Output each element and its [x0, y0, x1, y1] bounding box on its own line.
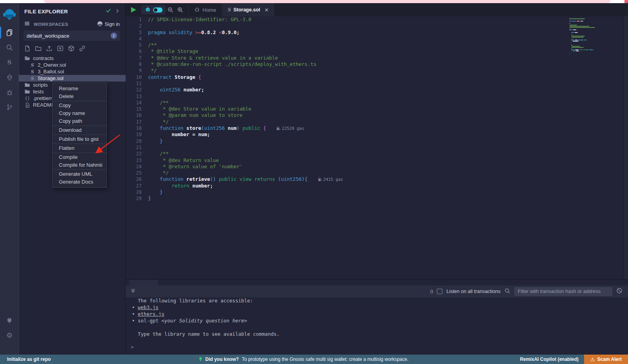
ipfs-box-icon[interactable]	[68, 45, 75, 52]
code-line-21[interactable]: 21	[126, 144, 623, 151]
code-line-19[interactable]: 19 number = num;	[126, 131, 623, 138]
menu-item-copy-path[interactable]: Copy path	[53, 117, 106, 125]
code-line-18[interactable]: 18 function store(uint256 num) public {2…	[126, 125, 623, 131]
terminal-line: Type the library name to see available c…	[126, 331, 628, 337]
code-line-28[interactable]: 28 }	[126, 189, 623, 195]
code-line-15[interactable]: 15 * @dev Store value in variable	[126, 106, 623, 112]
upload-folder-icon[interactable]	[57, 45, 64, 52]
terminal-link[interactable]: ethers.js	[138, 311, 164, 317]
copilot-status[interactable]: RemixAI Copilot (enabled)	[520, 357, 579, 362]
git-init-status[interactable]: Initialize as git repo	[7, 357, 51, 362]
code-line-16[interactable]: 16 * @param num value to store	[126, 112, 623, 118]
menu-item-rename[interactable]: Rename	[53, 85, 106, 93]
file-label: .prettierro	[33, 95, 55, 101]
workspaces-label: WORKSPACES	[34, 22, 97, 27]
file-icon	[24, 102, 30, 108]
file-tree-item-2-owner-sol[interactable]: S2_Owner.sol	[19, 62, 126, 68]
file-tree-item-contracts[interactable]: contracts	[19, 55, 126, 62]
new-folder-icon[interactable]	[35, 45, 42, 52]
code-line-5[interactable]: 5/**	[126, 42, 623, 48]
tab-home[interactable]: Home	[188, 3, 222, 16]
copilot-toggle[interactable]	[153, 7, 162, 13]
chevron-right-icon[interactable]	[115, 8, 120, 15]
close-tab-icon[interactable]: ✕	[265, 7, 269, 13]
line-number: 28	[126, 189, 148, 195]
lightbulb-icon	[198, 357, 203, 362]
menu-item-compile-for-nahmii[interactable]: Compile for Nahmii	[53, 161, 106, 169]
code-line-2[interactable]: 2	[126, 23, 623, 29]
line-number: 17	[126, 119, 148, 125]
file-label: contracts	[33, 55, 54, 61]
tab-storage-sol[interactable]: S Storage.sol ✕	[223, 3, 274, 16]
activity-plugin-manager-icon[interactable]	[0, 313, 19, 328]
new-file-icon[interactable]	[24, 45, 31, 52]
scam-alert-button[interactable]: ⚠ Scam Alert	[584, 355, 628, 364]
code-line-17[interactable]: 17 */	[126, 119, 623, 125]
code-line-12[interactable]: 12 uint256 number;	[126, 87, 623, 93]
code-line-29[interactable]: 29}	[126, 195, 623, 202]
sign-in-button[interactable]: Sign in	[97, 21, 120, 28]
editor-top-bar: Home S Storage.sol ✕	[126, 3, 628, 16]
line-number: 13	[126, 93, 148, 100]
hamburger-icon[interactable]	[24, 21, 30, 28]
code-line-25[interactable]: 25 */	[126, 170, 623, 176]
line-number: 20	[126, 138, 148, 144]
terminal-output[interactable]: The following libraries are accessible:•…	[126, 297, 628, 355]
menu-item-copy-name[interactable]: Copy name	[53, 109, 106, 117]
file-tree-item-3-ballot-sol[interactable]: S3_Ballot.sol	[19, 68, 126, 75]
activity-remix-logo[interactable]	[0, 3, 19, 25]
code-line-14[interactable]: 14 /**	[126, 100, 623, 106]
zoom-in-icon[interactable]	[177, 7, 183, 15]
activity-debugger-icon[interactable]	[0, 85, 19, 100]
code-line-3[interactable]: 3pragma solidity >=0.8.2 <0.9.0;	[126, 29, 623, 36]
editor-minimap[interactable]	[569, 18, 602, 65]
code-editor[interactable]: 1// SPDX-License-Identifier: GPL-3.023pr…	[126, 16, 623, 279]
activity-settings-icon[interactable]: ⚙	[0, 328, 19, 343]
code-line-24[interactable]: 24 * @return value of 'number'	[126, 164, 623, 170]
panel-title: FILE EXPLORER	[24, 9, 106, 15]
menu-item-generate-docs[interactable]: Generate Docs	[53, 178, 106, 186]
tab-active-label: Storage.sol	[234, 7, 260, 13]
menu-item-generate-uml[interactable]: Generate UML	[53, 170, 106, 178]
line-number: 3	[126, 29, 148, 36]
link-icon[interactable]	[78, 45, 86, 52]
menu-item-delete[interactable]: Delete	[53, 93, 106, 100]
line-number: 2	[126, 23, 148, 29]
terminal-link[interactable]: web3.js	[138, 304, 159, 310]
code-line-11[interactable]: 11	[126, 80, 623, 87]
solidity-icon: S	[29, 76, 35, 81]
activity-git-icon[interactable]	[0, 100, 19, 115]
code-line-6[interactable]: 6 * @title Storage	[126, 48, 623, 55]
terminal-collapse-icon[interactable]	[130, 288, 136, 295]
activity-solidity-compiler-icon[interactable]: S	[0, 55, 19, 70]
code-line-23[interactable]: 23 * @dev Return value	[126, 157, 623, 164]
file-tree-item-storage-sol[interactable]: SStorage.sol	[19, 75, 126, 82]
terminal-prompt[interactable]: >	[131, 344, 134, 350]
code-line-20[interactable]: 20 }	[126, 138, 623, 144]
clear-console-icon[interactable]	[616, 288, 623, 295]
code-line-9[interactable]: 9 */	[126, 67, 623, 74]
workspace-select-arrows-icon[interactable]	[111, 33, 117, 39]
annotation-arrow	[91, 132, 124, 157]
code-line-4[interactable]: 4	[126, 36, 623, 42]
code-line-1[interactable]: 1// SPDX-License-Identifier: GPL-3.0	[126, 16, 623, 23]
activity-file-explorer-icon[interactable]	[0, 25, 19, 40]
code-line-26[interactable]: 26 function retrieve() public view retur…	[126, 176, 623, 182]
activity-deploy-run-icon[interactable]	[0, 70, 19, 85]
code-line-13[interactable]: 13	[126, 93, 623, 100]
code-line-10[interactable]: 10contract Storage {	[126, 74, 623, 80]
run-script-button[interactable]	[131, 7, 136, 13]
line-number: 7	[126, 55, 148, 61]
menu-item-copy[interactable]: Copy	[53, 102, 106, 109]
transaction-filter-input[interactable]	[514, 287, 612, 296]
listen-checkbox[interactable]	[437, 289, 442, 294]
code-line-8[interactable]: 8 * @custom:dev-run-script ./scripts/dep…	[126, 61, 623, 67]
code-line-7[interactable]: 7 * @dev Store & retrieve value in a var…	[126, 55, 623, 61]
activity-search-icon[interactable]	[0, 40, 19, 55]
terminal-resize-handle[interactable]	[130, 280, 158, 286]
upload-file-icon[interactable]	[46, 45, 53, 52]
code-line-27[interactable]: 27 return number;	[126, 183, 623, 189]
zoom-out-icon[interactable]	[167, 7, 173, 15]
code-line-22[interactable]: 22 /**	[126, 151, 623, 157]
workspace-select[interactable]: default_workspace	[24, 31, 120, 41]
